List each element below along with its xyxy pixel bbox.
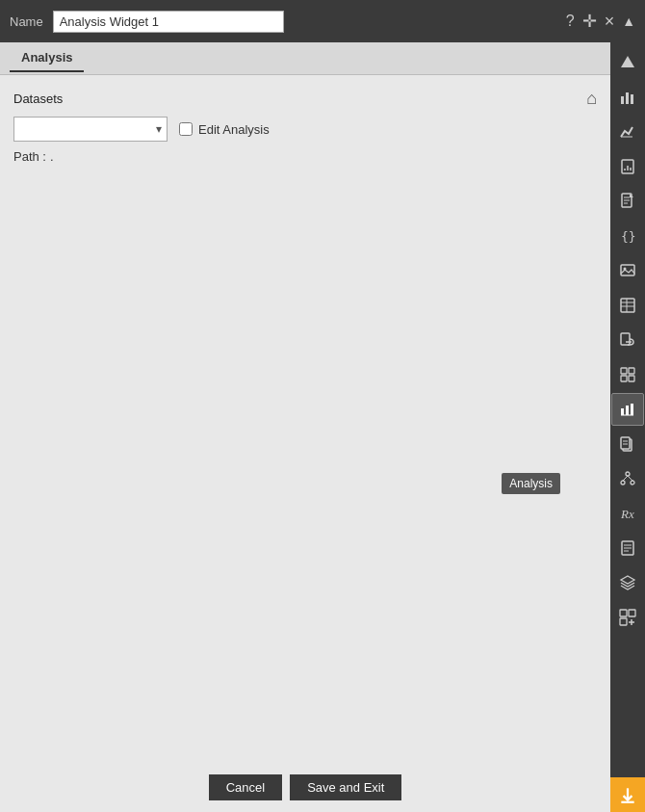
form-area: Datasets ⌂ Edit Analysis (0, 75, 610, 426)
datasets-row: Datasets ⌂ (13, 89, 597, 109)
edit-analysis-checkbox[interactable] (179, 122, 193, 136)
sidebar-rx-icon[interactable]: Rx (611, 497, 644, 530)
sidebar-hierarchy-icon[interactable] (611, 462, 644, 495)
sidebar-bar-chart-icon[interactable] (611, 81, 644, 114)
svg-rect-20 (621, 333, 630, 345)
svg-text:Rx: Rx (620, 507, 634, 521)
close-icon[interactable]: × (605, 12, 615, 32)
sidebar-image-icon[interactable] (611, 254, 644, 287)
svg-rect-26 (621, 408, 624, 415)
svg-line-38 (628, 476, 632, 481)
sidebar-line-chart-icon[interactable] (611, 116, 644, 148)
sidebar-download-icon[interactable] (610, 777, 645, 812)
svg-point-36 (631, 481, 634, 485)
svg-rect-28 (631, 404, 633, 415)
sidebar-table-icon[interactable] (611, 289, 644, 322)
svg-rect-24 (621, 376, 627, 381)
svg-marker-44 (621, 576, 634, 584)
cancel-button[interactable]: Cancel (209, 774, 282, 800)
sidebar-layers-icon[interactable] (611, 566, 644, 599)
svg-rect-31 (621, 437, 630, 449)
svg-rect-46 (629, 610, 635, 616)
home-icon[interactable]: ⌂ (586, 89, 597, 109)
title-bar-icons: ? ✛ × ▲ (566, 11, 635, 32)
svg-rect-1 (621, 96, 624, 104)
right-sidebar: {} (610, 42, 645, 812)
svg-marker-0 (621, 56, 634, 67)
svg-line-37 (623, 476, 628, 481)
move-icon[interactable]: ✛ (582, 11, 597, 32)
collapse-icon[interactable]: ▲ (622, 13, 635, 29)
sidebar-file-copy-icon[interactable] (611, 428, 644, 460)
svg-point-35 (621, 481, 625, 485)
sidebar-document2-icon[interactable] (611, 532, 644, 564)
path-row: Path : . (13, 149, 597, 164)
svg-rect-45 (620, 610, 627, 616)
sidebar-document-icon[interactable] (611, 185, 644, 218)
sidebar-arrow-up-icon[interactable] (611, 46, 644, 79)
sidebar-grid-link-icon[interactable] (611, 358, 644, 391)
dataset-select[interactable] (13, 117, 168, 142)
title-input[interactable] (53, 11, 284, 33)
tab-bar: Analysis (0, 42, 610, 75)
svg-point-34 (626, 472, 630, 476)
svg-rect-22 (621, 368, 627, 374)
svg-rect-2 (626, 92, 629, 104)
save-exit-button[interactable]: Save and Exit (290, 774, 401, 800)
svg-text:{}: {} (621, 229, 636, 244)
path-value: . (50, 149, 54, 164)
svg-rect-27 (626, 406, 629, 415)
sidebar-grid-plus-icon[interactable] (611, 601, 644, 634)
title-bar: Name ? ✛ × ▲ (0, 0, 645, 42)
help-icon[interactable]: ? (566, 13, 575, 30)
dataset-select-wrapper (13, 117, 168, 142)
sidebar-braces-icon[interactable]: {} (611, 220, 644, 252)
edit-analysis-wrapper: Edit Analysis (179, 122, 270, 137)
svg-rect-3 (631, 94, 633, 104)
tab-analysis[interactable]: Analysis (10, 44, 84, 72)
svg-rect-47 (620, 618, 627, 625)
controls-row: Edit Analysis (13, 117, 597, 142)
edit-analysis-label: Edit Analysis (198, 122, 270, 137)
name-label: Name (10, 14, 43, 29)
datasets-label: Datasets (13, 92, 63, 106)
bottom-bar: Cancel Save and Exit (0, 763, 610, 812)
sidebar-file-link-icon[interactable] (611, 324, 644, 356)
svg-rect-25 (629, 376, 634, 381)
sidebar-analysis-chart-icon[interactable] (611, 393, 644, 426)
svg-rect-23 (629, 368, 634, 374)
empty-content (0, 426, 610, 763)
svg-rect-16 (621, 299, 634, 312)
sidebar-file-chart-icon[interactable] (611, 150, 644, 183)
path-label: Path : (13, 149, 46, 164)
